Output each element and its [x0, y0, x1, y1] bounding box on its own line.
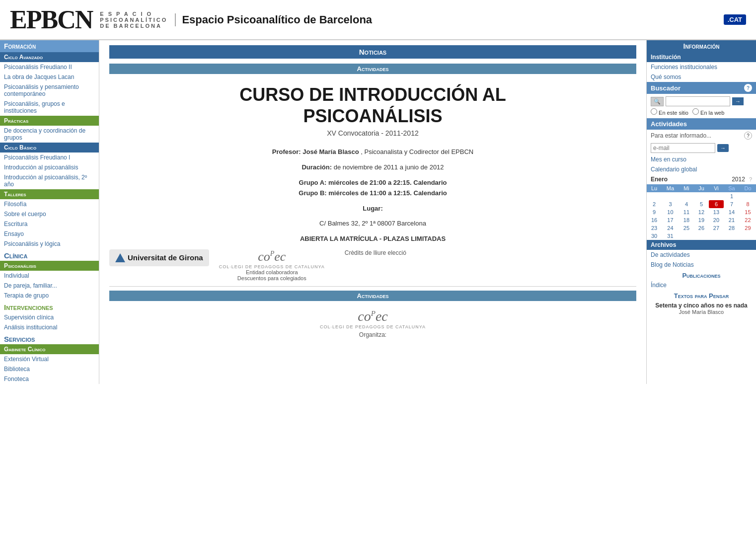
formacion-header: Formación — [0, 40, 99, 52]
ciclo-basico-header[interactable]: Ciclo Básico — [0, 143, 99, 152]
profesor-desc: , Psicoanalista y Codirector del EPBCN — [361, 148, 473, 155]
course-subtitle: XV Convocatoria - 2011-2012 — [109, 129, 636, 137]
email-input[interactable] — [651, 143, 715, 153]
buscador-icon-button[interactable]: 🔍 — [651, 97, 664, 106]
cal-week-5: 23 24 25 26 27 28 29 — [647, 224, 756, 232]
cal-day-vi: Vi — [709, 184, 724, 192]
organitza-text: Organitza: — [359, 331, 386, 338]
buscador-header: Buscador ? — [647, 82, 756, 94]
calendar-table: Lu Ma Mi Ju Vi Sa Do 1 — [647, 184, 756, 240]
grupo-a: Grupo A: miércoles de 21:00 a 22:15. Cal… — [299, 179, 447, 186]
tagline-line1: E S P A C I O — [100, 11, 167, 17]
ciclo-avanzado-header[interactable]: Ciclo Avanzado — [0, 52, 99, 62]
sidebar-item-supervision[interactable]: Supervisión clínica — [0, 312, 99, 322]
cat-badge[interactable]: .CAT — [724, 14, 746, 25]
publicaciones-header: Publicaciones — [647, 270, 756, 280]
sidebar-item-analisis[interactable]: Análisis institucional — [0, 322, 99, 332]
sidebar-item-logica[interactable]: Psicoanálisis y lógica — [0, 239, 99, 249]
act-subheader: Actividades — [109, 291, 636, 301]
mes-en-curso-link[interactable]: Mes en curso — [647, 154, 756, 164]
radio-web[interactable] — [692, 108, 699, 115]
sidebar-item-biblioteca[interactable]: Biblioteca — [0, 364, 99, 374]
sidebar-item-filosofia[interactable]: Filosofía — [0, 199, 99, 209]
sidebar-item-pareja[interactable]: De pareja, familiar... — [0, 281, 99, 291]
noticias-header: Noticias — [109, 45, 636, 59]
radio-web-label[interactable]: En la web — [692, 108, 724, 116]
col-name: COL·LEGI DE PEDAGOGS DE CATALUNYA — [219, 264, 325, 269]
main-layout: Formación Ciclo Avanzado Psicoanálisis F… — [0, 40, 756, 384]
sidebar-item-docencia[interactable]: De docencia y coordinación de grupos — [0, 126, 99, 143]
sidebar-item-ensayo[interactable]: Ensayo — [0, 229, 99, 239]
profesor-label: Profesor: — [272, 148, 301, 155]
para-estar-text: Para estar informado... — [651, 132, 711, 139]
duracion-text: de noviembre de 2011 a junio de 2012 — [334, 163, 444, 171]
sidebar-item-terapia[interactable]: Terapia de grupo — [0, 291, 99, 301]
textos-header: Textos para Pensar — [647, 290, 756, 301]
logo-tagline: E S P A C I O PSICOANALÍTICO DE BARCELON… — [100, 11, 167, 29]
sidebar-item-intro-psico-2[interactable]: Introducción al psicoanálisis, 2º año — [0, 172, 99, 189]
uni-name: Universitat de Girona — [128, 253, 203, 262]
sidebar-item-psico-freudiano-i[interactable]: Psicoanálisis Freudiano I — [0, 152, 99, 162]
site-header: EPBCN E S P A C I O PSICOANALÍTICO DE BA… — [0, 0, 756, 40]
buscador-radio-row: En este sitio En la web — [651, 108, 752, 116]
psicoanálisis-header[interactable]: Psicoanálisis — [0, 261, 99, 271]
sidebar-item-fonoteca[interactable]: Fonoteca — [0, 374, 99, 384]
lugar-text: C/ Balmes 32, 2º 1ª 08007 Barcelona — [109, 219, 636, 229]
para-estar-help-icon[interactable]: ? — [744, 132, 752, 140]
tagline-line2: PSICOANALÍTICO — [100, 17, 167, 23]
cal-week-2: 2 3 4 5 6 7 8 — [647, 200, 756, 208]
actividades-subheader: Actividades — [109, 64, 636, 74]
buscador-submit-button[interactable]: → — [732, 97, 744, 105]
site-subtitle: Espacio Psicoanalítico de Barcelona — [175, 13, 372, 26]
course-title: CURSO DE INTRODUCCIÓN AL PSICOANÁLISIS — [109, 84, 636, 127]
talleres-header[interactable]: Talleres — [0, 189, 99, 199]
cal-day-ma: Ma — [662, 184, 679, 192]
calendar-month: Enero — [651, 176, 728, 183]
copec-logo-text: coPec — [258, 249, 286, 264]
radio-site-label[interactable]: En este sitio — [651, 108, 688, 116]
email-submit-button[interactable]: → — [717, 144, 729, 152]
texto-author: José María Blasco — [651, 309, 752, 315]
logos-section: Universitat de Girona coPec COL·LEGI DE … — [109, 249, 636, 281]
sidebar-item-lacan[interactable]: La obra de Jacques Lacan — [0, 72, 99, 82]
radio-site[interactable] — [651, 108, 657, 115]
bottom-copec-logo: coPec — [358, 308, 387, 324]
sidebar-item-intro-psico[interactable]: Introducción al psicoanálisis — [0, 162, 99, 172]
right-item-actividades[interactable]: De actividades — [647, 250, 756, 260]
calendario-global-link[interactable]: Calendario global — [647, 164, 756, 174]
sidebar-item-individual[interactable]: Individual — [0, 271, 99, 281]
cal-week-4: 16 17 18 19 20 21 22 — [647, 216, 756, 224]
main-content: Noticias Actividades CURSO DE INTRODUCCI… — [99, 40, 647, 384]
cal-week-6: 30 31 — [647, 232, 756, 240]
cal-day-do: Do — [740, 184, 756, 192]
sidebar-item-cuerpo[interactable]: Sobre el cuerpo — [0, 209, 99, 219]
info-header: Información — [647, 40, 756, 52]
right-item-que-somos[interactable]: Qué somos — [647, 72, 756, 82]
right-item-funciones[interactable]: Funciones institucionales — [647, 62, 756, 72]
cal-day-6[interactable]: 6 — [709, 200, 724, 208]
practicas-header[interactable]: Prácticas — [0, 116, 99, 126]
calendar-help-icon[interactable]: ? — [749, 176, 752, 182]
course-body: Profesor: José María Blasco , Psicoanali… — [109, 147, 636, 244]
uni-shield-icon — [115, 253, 125, 262]
sidebar-item-extension[interactable]: Extensión Virtual — [0, 354, 99, 364]
bottom-logos: coPec COL·LEGI DE PEDAGOGS DE CATALUNYA … — [109, 308, 636, 338]
tagline-line3: DE BARCELONA — [100, 23, 167, 29]
texto-title: Setenta y cinco años no es nada — [651, 302, 752, 309]
lugar-label: Lugar: — [109, 204, 636, 214]
sidebar-item-psico-freudiano-ii[interactable]: Psicoanálisis Freudiano II — [0, 62, 99, 72]
buscador-input[interactable] — [666, 96, 730, 106]
intervenciones-header: Intervenciones — [0, 301, 99, 312]
right-item-blog[interactable]: Blog de Noticias — [647, 260, 756, 270]
right-item-indice[interactable]: Índice — [647, 280, 756, 290]
creditos-col: Crèdits de lliure elecció — [345, 249, 406, 256]
email-input-row: → — [647, 142, 756, 154]
sidebar-item-contemporaneo[interactable]: Psicoanálisis y pensamiento contemporáne… — [0, 82, 99, 99]
calendar-header: Enero 2012 ? — [647, 174, 756, 184]
gabinete-item[interactable]: Gabinete Clínico — [0, 344, 99, 354]
archivos-header: Archivos — [647, 240, 756, 250]
sidebar-item-grupos[interactable]: Psicoanálisis, grupos e instituciones — [0, 99, 99, 116]
sidebar-item-escritura[interactable]: Escritura — [0, 219, 99, 229]
texto-content: Setenta y cinco años no es nada José Mar… — [647, 301, 756, 316]
buscador-help-icon[interactable]: ? — [744, 84, 752, 92]
